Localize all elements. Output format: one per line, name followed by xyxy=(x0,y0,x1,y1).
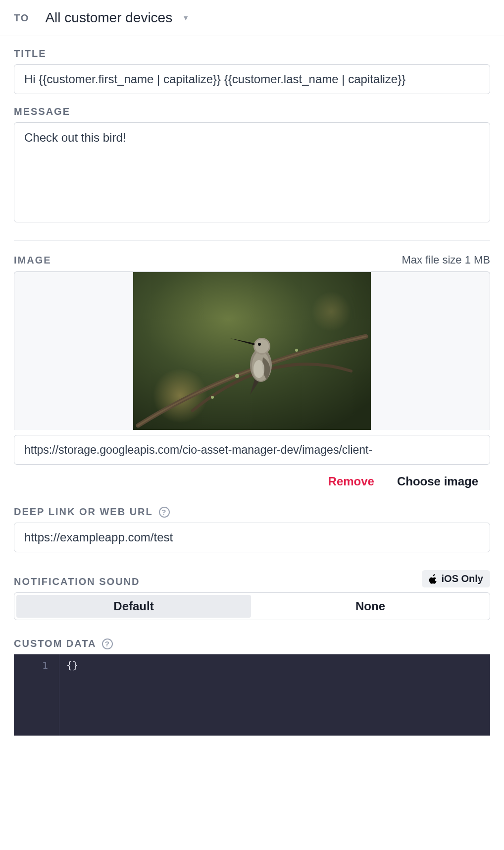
svg-point-5 xyxy=(211,396,214,399)
title-label: TITLE xyxy=(14,48,490,59)
deeplink-label-text: DEEP LINK OR WEB URL xyxy=(14,506,153,518)
help-icon[interactable]: ? xyxy=(102,638,113,649)
image-url-input[interactable] xyxy=(14,435,490,465)
svg-point-4 xyxy=(295,349,298,352)
ios-only-text: iOS Only xyxy=(442,573,483,584)
remove-image-button[interactable]: Remove xyxy=(328,475,374,488)
deeplink-input[interactable] xyxy=(14,523,490,552)
image-max-size: Max file size 1 MB xyxy=(402,254,491,266)
sound-option-default[interactable]: Default xyxy=(16,595,251,618)
help-icon[interactable]: ? xyxy=(159,507,170,518)
title-input[interactable] xyxy=(14,64,490,94)
code-body[interactable]: {} xyxy=(59,654,85,736)
deeplink-label: DEEP LINK OR WEB URL ? xyxy=(14,506,490,518)
to-row: TO All customer devices ▼ xyxy=(0,0,504,36)
image-preview: hummingbird on branch xyxy=(14,271,490,430)
custom-data-label: CUSTOM DATA ? xyxy=(14,638,490,649)
chevron-down-icon: ▼ xyxy=(182,14,189,22)
choose-image-button[interactable]: Choose image xyxy=(397,475,478,488)
divider xyxy=(14,240,490,241)
svg-point-10 xyxy=(258,343,261,346)
svg-point-3 xyxy=(235,374,239,378)
ios-only-badge: iOS Only xyxy=(422,570,490,587)
to-label: TO xyxy=(14,12,29,24)
message-label: MESSAGE xyxy=(14,106,490,117)
svg-point-9 xyxy=(255,339,269,353)
svg-point-2 xyxy=(311,292,351,331)
bird-image: hummingbird on branch xyxy=(133,272,371,430)
image-label: IMAGE xyxy=(14,255,51,266)
custom-data-label-text: CUSTOM DATA xyxy=(14,638,96,649)
sound-segmented: Default None xyxy=(14,592,490,620)
svg-point-11 xyxy=(253,360,264,378)
svg-point-1 xyxy=(153,369,207,423)
custom-data-editor[interactable]: 1 {} xyxy=(14,654,490,736)
sound-option-none[interactable]: None xyxy=(253,595,488,618)
sound-label: NOTIFICATION SOUND xyxy=(14,576,140,587)
code-gutter: 1 xyxy=(14,654,59,736)
apple-icon xyxy=(429,574,438,584)
to-select[interactable]: All customer devices ▼ xyxy=(45,10,189,26)
message-textarea[interactable] xyxy=(14,122,490,222)
to-select-value: All customer devices xyxy=(45,10,172,26)
